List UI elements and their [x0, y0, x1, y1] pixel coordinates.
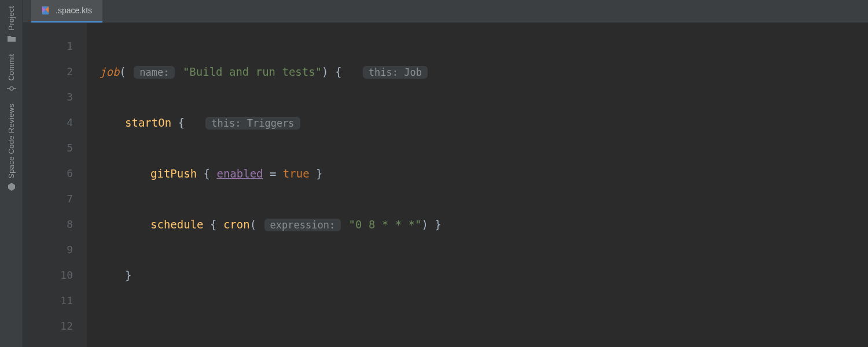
inlay-hint: expression:: [264, 219, 341, 231]
inlay-hint: this: Triggers: [205, 117, 300, 130]
code-line: }: [100, 263, 868, 288]
line-number: 5: [23, 135, 73, 161]
code-line: [100, 313, 868, 339]
line-number: 3: [23, 84, 73, 110]
inlay-hint: this: Job: [363, 66, 428, 79]
editor-main: .space.kts 1 2 3 4 5 6 7 8 9 10 11 12 jo…: [23, 0, 868, 347]
rail-item-commit[interactable]: Commit: [7, 54, 16, 94]
line-number: 11: [23, 288, 73, 313]
rail-label: Space Code Reviews: [7, 104, 16, 179]
space-icon: [7, 182, 16, 191]
commit-icon: [7, 84, 16, 93]
svg-point-0: [10, 87, 13, 90]
line-number: 2: [23, 59, 73, 84]
line-number: 4: [23, 110, 73, 135]
line-number: 10: [23, 263, 73, 288]
line-number: 9: [23, 237, 73, 263]
code-area[interactable]: job( name: "Build and run tests") { this…: [87, 23, 868, 347]
line-number: 7: [23, 186, 73, 212]
code-line: job( name: "Build and run tests") { this…: [100, 59, 868, 84]
code-line: schedule { cron( expression: "0 8 * * *"…: [100, 212, 868, 237]
rail-item-project[interactable]: Project: [7, 6, 16, 43]
line-number: 12: [23, 313, 73, 339]
rail-label: Commit: [7, 54, 16, 81]
kotlin-file-icon: [42, 6, 51, 15]
tool-window-rail: Project Commit Space Code Reviews: [0, 0, 23, 347]
inlay-hint: name:: [134, 66, 175, 79]
code-line: gitPush { enabled = true }: [100, 161, 868, 186]
tab-space-kts[interactable]: .space.kts: [31, 0, 102, 23]
code-editor[interactable]: 1 2 3 4 5 6 7 8 9 10 11 12 job( name: "B…: [23, 23, 868, 347]
line-number: 8: [23, 212, 73, 237]
editor-tabbar: .space.kts: [23, 0, 868, 23]
line-number-gutter: 1 2 3 4 5 6 7 8 9 10 11 12: [23, 23, 87, 347]
folder-icon: [7, 34, 16, 43]
rail-label: Project: [7, 6, 16, 31]
line-number: 6: [23, 161, 73, 186]
rail-item-reviews[interactable]: Space Code Reviews: [7, 104, 16, 191]
tab-filename: .space.kts: [56, 6, 92, 15]
line-number: 1: [23, 34, 73, 59]
code-line: startOn { this: Triggers: [100, 110, 868, 135]
